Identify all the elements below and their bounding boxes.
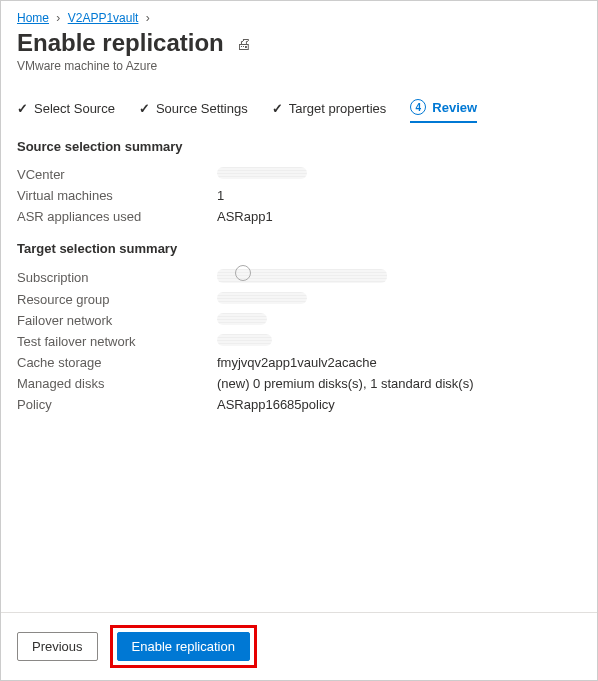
label: Policy: [17, 397, 217, 412]
source-selection-summary: Source selection summary VCenter Virtual…: [17, 139, 581, 227]
target-selection-summary: Target selection summary Subscription Re…: [17, 241, 581, 415]
tab-select-source[interactable]: ✓ Select Source: [17, 99, 115, 123]
label: Subscription: [17, 270, 217, 285]
tab-label: Select Source: [34, 101, 115, 116]
value-redacted: [217, 269, 387, 286]
check-icon: ✓: [17, 101, 28, 116]
page-subtitle: VMware machine to Azure: [17, 59, 581, 73]
row-subscription: Subscription: [17, 266, 581, 289]
row-failover-network: Failover network: [17, 310, 581, 331]
value: fmyjvqv2app1vaulv2acache: [217, 355, 377, 370]
label: Failover network: [17, 313, 217, 328]
row-policy: Policy ASRapp16685policy: [17, 394, 581, 415]
page-header: Enable replication 🖨 VMware machine to A…: [1, 29, 597, 79]
value-redacted: [217, 334, 272, 349]
value: 1: [217, 188, 224, 203]
tab-label: Review: [432, 100, 477, 115]
row-cache-storage: Cache storage fmyjvqv2app1vaulv2acache: [17, 352, 581, 373]
row-virtual-machines: Virtual machines 1: [17, 185, 581, 206]
check-icon: ✓: [272, 101, 283, 116]
tab-review[interactable]: 4 Review: [410, 99, 477, 123]
tab-source-settings[interactable]: ✓ Source Settings: [139, 99, 248, 123]
wizard-footer: Previous Enable replication: [1, 612, 597, 680]
callout-highlight: Enable replication: [110, 625, 257, 668]
row-resource-group: Resource group: [17, 289, 581, 310]
value-redacted: [217, 292, 307, 307]
previous-button[interactable]: Previous: [17, 632, 98, 661]
label: Test failover network: [17, 334, 217, 349]
step-number-icon: 4: [410, 99, 426, 115]
tab-target-properties[interactable]: ✓ Target properties: [272, 99, 387, 123]
check-icon: ✓: [139, 101, 150, 116]
label: Virtual machines: [17, 188, 217, 203]
label: ASR appliances used: [17, 209, 217, 224]
print-icon[interactable]: 🖨: [236, 35, 251, 52]
row-asr-appliances: ASR appliances used ASRapp1: [17, 206, 581, 227]
tab-label: Target properties: [289, 101, 387, 116]
label: VCenter: [17, 167, 217, 182]
section-title: Target selection summary: [17, 241, 581, 256]
tab-label: Source Settings: [156, 101, 248, 116]
breadcrumb-home[interactable]: Home: [17, 11, 49, 25]
row-managed-disks: Managed disks (new) 0 premium disks(s), …: [17, 373, 581, 394]
page-title: Enable replication: [17, 29, 224, 57]
value: ASRapp16685policy: [217, 397, 335, 412]
label: Cache storage: [17, 355, 217, 370]
label: Managed disks: [17, 376, 217, 391]
label: Resource group: [17, 292, 217, 307]
section-title: Source selection summary: [17, 139, 581, 154]
row-test-failover-network: Test failover network: [17, 331, 581, 352]
value: ASRapp1: [217, 209, 273, 224]
row-vcenter: VCenter: [17, 164, 581, 185]
chevron-right-icon: ›: [146, 11, 150, 25]
value: (new) 0 premium disks(s), 1 standard dis…: [217, 376, 473, 391]
wizard-tabs: ✓ Select Source ✓ Source Settings ✓ Targ…: [1, 79, 597, 123]
breadcrumb: Home › V2APP1vault ›: [1, 1, 597, 29]
enable-replication-button[interactable]: Enable replication: [117, 632, 250, 661]
review-content: Source selection summary VCenter Virtual…: [1, 123, 597, 612]
breadcrumb-vault[interactable]: V2APP1vault: [68, 11, 139, 25]
value-redacted: [217, 313, 267, 328]
chevron-right-icon: ›: [56, 11, 60, 25]
value-redacted: [217, 167, 307, 182]
